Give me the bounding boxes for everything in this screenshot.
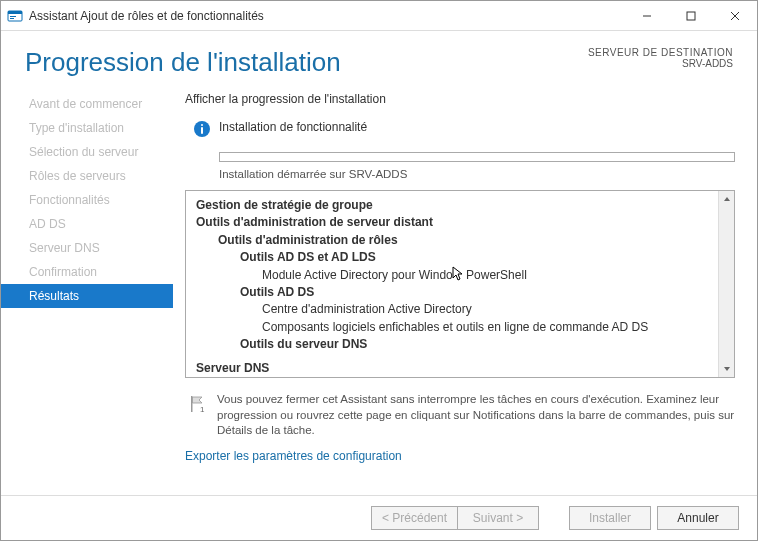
titlebar: Assistant Ajout de rôles et de fonctionn… <box>1 1 757 31</box>
destination-info: SERVEUR DE DESTINATION SRV-ADDS <box>588 47 733 69</box>
wizard-steps-sidebar: Avant de commencer Type d'installation S… <box>1 86 173 495</box>
main-panel: Afficher la progression de l'installatio… <box>173 86 757 495</box>
header: Progression de l'installation SERVEUR DE… <box>1 31 757 86</box>
step-before-begin: Avant de commencer <box>1 92 173 116</box>
step-server-selection: Sélection du serveur <box>1 140 173 164</box>
svg-rect-5 <box>687 12 695 20</box>
previous-button: < Précédent <box>371 506 457 530</box>
next-button: Suivant > <box>457 506 539 530</box>
tree-item: Composants logiciels enfichables et outi… <box>262 319 714 336</box>
status-text: Installation de fonctionnalité <box>219 120 367 134</box>
step-confirmation: Confirmation <box>1 260 173 284</box>
progress-subtext: Installation démarrée sur SRV-ADDS <box>219 168 735 180</box>
svg-rect-3 <box>10 18 14 19</box>
progress-bar <box>219 152 735 162</box>
svg-rect-10 <box>201 127 203 134</box>
minimize-button[interactable] <box>625 1 669 30</box>
tree-item: Outils AD DS <box>240 284 714 301</box>
step-features: Fonctionnalités <box>1 188 173 212</box>
tree-item: Centre d'administration Active Directory <box>262 301 714 318</box>
cancel-button[interactable]: Annuler <box>657 506 739 530</box>
svg-rect-9 <box>201 124 203 126</box>
install-button: Installer <box>569 506 651 530</box>
wizard-window: Assistant Ajout de rôles et de fonctionn… <box>0 0 758 541</box>
mouse-cursor-icon <box>453 268 463 282</box>
svg-rect-1 <box>8 11 22 14</box>
info-icon <box>193 120 211 138</box>
step-results: Résultats <box>1 284 173 308</box>
tree-item: Outils du serveur DNS <box>240 336 714 353</box>
flag-icon: 1 <box>185 392 209 416</box>
tree-item: Module Active Directory pour Windo Power… <box>262 267 714 284</box>
scroll-up-button[interactable] <box>719 191 735 207</box>
tree-item: Gestion de stratégie de groupe <box>196 197 714 214</box>
export-settings-link[interactable]: Exporter les paramètres de configuration <box>185 449 735 463</box>
tip-text: Vous pouvez fermer cet Assistant sans in… <box>217 392 735 439</box>
step-server-roles: Rôles de serveurs <box>1 164 173 188</box>
window-title: Assistant Ajout de rôles et de fonctionn… <box>29 9 625 23</box>
destination-server: SRV-ADDS <box>588 58 733 69</box>
step-dns-server: Serveur DNS <box>1 236 173 260</box>
svg-rect-2 <box>10 16 16 17</box>
scroll-down-button[interactable] <box>719 361 735 377</box>
destination-label: SERVEUR DE DESTINATION <box>588 47 733 58</box>
tip-row: 1 Vous pouvez fermer cet Assistant sans … <box>185 392 735 439</box>
step-ad-ds: AD DS <box>1 212 173 236</box>
details-tree: Gestion de stratégie de groupe Outils d'… <box>186 191 734 378</box>
tree-item: Outils d'administration de rôles <box>218 232 714 249</box>
scrollbar[interactable] <box>718 191 734 377</box>
close-button[interactable] <box>713 1 757 30</box>
tree-item: Outils AD DS et AD LDS <box>240 249 714 266</box>
page-title: Progression de l'installation <box>25 47 341 78</box>
section-label: Afficher la progression de l'installatio… <box>185 92 735 106</box>
tree-item: Outils d'administration de serveur dista… <box>196 214 714 231</box>
details-box: Gestion de stratégie de groupe Outils d'… <box>185 190 735 378</box>
step-install-type: Type d'installation <box>1 116 173 140</box>
app-icon <box>7 8 23 24</box>
svg-text:1: 1 <box>200 405 205 414</box>
maximize-button[interactable] <box>669 1 713 30</box>
footer: < Précédent Suivant > Installer Annuler <box>1 495 757 540</box>
tree-item: Serveur DNS <box>196 360 714 377</box>
